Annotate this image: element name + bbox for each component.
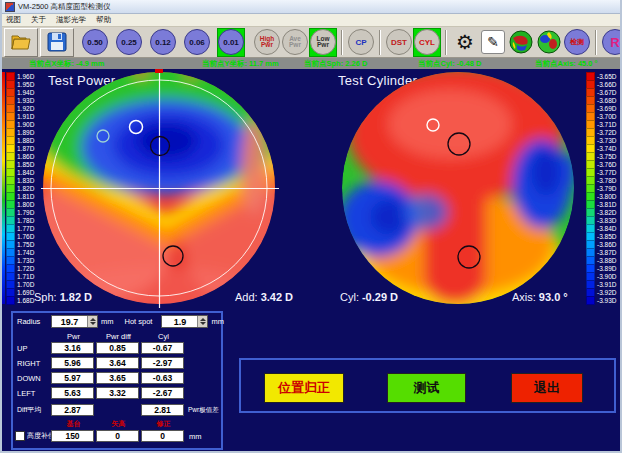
comp-unit: mm bbox=[189, 432, 202, 441]
scale-label: -3.83D bbox=[597, 217, 617, 224]
scale-label: -3.93D bbox=[597, 297, 617, 304]
action-button-退出[interactable]: 退出 bbox=[511, 373, 583, 403]
scale-label: -3.82D bbox=[597, 209, 617, 216]
hotspot-unit: mm bbox=[211, 317, 224, 326]
reset-button[interactable]: R bbox=[601, 28, 620, 57]
open-folder-icon bbox=[10, 33, 32, 51]
power-group: High PwrAve PwrLow Pwr bbox=[253, 28, 337, 57]
reset-circle: R bbox=[602, 29, 620, 55]
scale-label: -3.65D bbox=[597, 73, 617, 80]
power-label: Low Pwr bbox=[312, 36, 334, 49]
scale-label: 1.73D bbox=[17, 257, 34, 264]
scale-label: 1.77D bbox=[17, 225, 34, 232]
height-comp-checkbox[interactable] bbox=[15, 431, 25, 441]
status-item: 当前点Cyl: -0.48 D bbox=[418, 59, 481, 69]
value-cell: 0.85 bbox=[96, 342, 139, 354]
scale-label: -3.80D bbox=[597, 193, 617, 200]
scale-label: -3.90D bbox=[597, 273, 617, 280]
power-scale: 1.96D1.95D1.94D1.93D1.92D1.91D1.90D1.89D… bbox=[6, 72, 42, 304]
scale-label: -3.79D bbox=[597, 185, 617, 192]
power-button-low[interactable]: Low Pwr bbox=[309, 28, 337, 57]
table-row: LEFT5.633.32-2.67 bbox=[15, 387, 221, 399]
scale-label: 1.84D bbox=[17, 169, 34, 176]
open-file-button[interactable] bbox=[4, 28, 38, 57]
row-label: UP bbox=[15, 344, 51, 353]
map-view-button[interactable] bbox=[507, 28, 535, 57]
window-title: VM-2500 高精度面型检测仪 bbox=[18, 2, 111, 12]
filter-group: 0.500.250.120.060.01 bbox=[81, 28, 251, 57]
hotspot-label: Hot spot bbox=[125, 317, 153, 326]
scale-label: 1.75D bbox=[17, 241, 34, 248]
filter-button-0.01[interactable]: 0.01 bbox=[217, 28, 245, 57]
scale-row: -3.93D bbox=[586, 296, 622, 304]
menu-item[interactable]: 关于 bbox=[31, 15, 46, 25]
row-label: RIGHT bbox=[15, 359, 51, 368]
measure-table: UP3.160.85-0.67RIGHT5.963.64-2.97DOWN5.9… bbox=[15, 342, 221, 399]
scale-label: 1.71D bbox=[17, 273, 34, 280]
cylinder-scale: -3.65D-3.66D-3.67D-3.68D-3.69D-3.70D-3.7… bbox=[586, 72, 622, 304]
status-item: 当前点Sph: 2.26 D bbox=[304, 59, 367, 69]
menu-item[interactable]: 滋影光学 bbox=[56, 15, 86, 25]
scale-label: 1.89D bbox=[17, 129, 34, 136]
measure-panel: Radius 19.7 mm Hot spot 1.9 mm PwrPwr di… bbox=[11, 311, 223, 450]
mode-circle: CYL bbox=[414, 29, 440, 55]
scale-label: 1.78D bbox=[17, 217, 34, 224]
action-button-位置归正[interactable]: 位置归正 bbox=[264, 373, 344, 403]
edit-button[interactable]: ✎ bbox=[479, 28, 507, 57]
scale-label: 1.96D bbox=[17, 73, 34, 80]
mode-group: CPDSTCYL bbox=[347, 28, 441, 57]
scale-label: 1.70D bbox=[17, 281, 34, 288]
filter-button-0.50[interactable]: 0.50 bbox=[81, 28, 109, 57]
scale-label: -3.70D bbox=[597, 113, 617, 120]
comp-field[interactable]: 0 bbox=[96, 430, 139, 442]
scale-label: -3.81D bbox=[597, 201, 617, 208]
filter-button-0.25[interactable]: 0.25 bbox=[115, 28, 143, 57]
cylinder-heatmap[interactable] bbox=[338, 69, 580, 308]
color-map-icon bbox=[509, 30, 533, 54]
power-button-ave[interactable]: Ave Pwr bbox=[281, 28, 309, 57]
table-row: DOWN5.973.65-0.63 bbox=[15, 372, 221, 384]
toolbar: 0.500.250.120.060.01 High PwrAve PwrLow … bbox=[2, 27, 620, 58]
axis-readout: Axis:93.0 ° bbox=[512, 291, 568, 303]
mode-button-cyl[interactable]: CYL bbox=[413, 28, 441, 57]
save-button[interactable] bbox=[40, 28, 74, 57]
detect-button[interactable]: 检测 bbox=[563, 28, 591, 57]
filter-button-0.12[interactable]: 0.12 bbox=[149, 28, 177, 57]
value-cell: 5.96 bbox=[51, 357, 94, 369]
settings-button[interactable]: ⚙ bbox=[451, 28, 479, 57]
menu-item[interactable]: 帮助 bbox=[96, 15, 111, 25]
scale-label: 1.80D bbox=[17, 201, 34, 208]
filter-circle: 0.12 bbox=[150, 29, 176, 55]
column-header: Pwr diff bbox=[96, 332, 141, 341]
radius-label: Radius bbox=[15, 317, 51, 326]
scale-label: -3.84D bbox=[597, 225, 617, 232]
scale-label: -3.74D bbox=[597, 145, 617, 152]
power-button-high[interactable]: High Pwr bbox=[253, 28, 281, 57]
comp-field[interactable]: 150 bbox=[51, 430, 94, 442]
hotspot-spinner[interactable] bbox=[197, 316, 207, 327]
mode-button-cp[interactable]: CP bbox=[347, 28, 375, 57]
scale-label: -3.87D bbox=[597, 249, 617, 256]
filter-button-0.06[interactable]: 0.06 bbox=[183, 28, 211, 57]
power-heatmap[interactable] bbox=[41, 69, 279, 308]
value-cell: 3.16 bbox=[51, 342, 94, 354]
action-button-测试[interactable]: 测试 bbox=[387, 373, 466, 403]
menu-item[interactable]: 视图 bbox=[6, 15, 21, 25]
radius-spinner[interactable] bbox=[87, 316, 97, 327]
sphere-map-icon bbox=[537, 30, 561, 54]
comp-field[interactable]: 0 bbox=[141, 430, 184, 442]
scale-label: -3.77D bbox=[597, 169, 617, 176]
diff-cyl-cell: 2.81 bbox=[141, 404, 184, 416]
pencil-icon: ✎ bbox=[481, 30, 505, 54]
status-item: 当前点Axis: 45.0 ° bbox=[535, 59, 598, 69]
column-header: Pwr bbox=[51, 332, 96, 341]
compensation-labels: 基台矢高修正 bbox=[15, 419, 221, 429]
value-cell: 5.63 bbox=[51, 387, 94, 399]
hotspot-input[interactable]: 1.9 bbox=[161, 315, 208, 328]
radius-input[interactable]: 19.7 bbox=[51, 315, 98, 328]
map-3d-button[interactable] bbox=[535, 28, 563, 57]
add-readout: Add:3.42 D bbox=[235, 291, 293, 303]
value-cell: 3.64 bbox=[96, 357, 139, 369]
mode-button-dst[interactable]: DST bbox=[385, 28, 413, 57]
mode-circle: CP bbox=[348, 29, 374, 55]
